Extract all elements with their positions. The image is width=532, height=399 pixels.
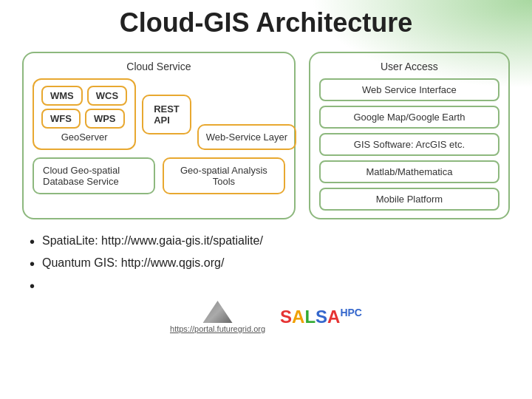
user-access-panel: User Access Web Service Interface Google… xyxy=(309,52,510,219)
geoserver-label: GeoServer xyxy=(41,132,127,143)
cloud-service-panel: Cloud Service WMS WCS WFS WPS GeoServer xyxy=(22,52,296,219)
ua-item-4: Mobile Platform xyxy=(319,188,499,211)
geo-spatial-tools-box: Geo-spatial Analysis Tools xyxy=(163,157,285,194)
bullet-1: Quantum GIS: http://www.qgis.org/ xyxy=(30,255,510,273)
ua-item-2: GIS Software: ArcGIS etc. xyxy=(319,133,499,156)
bullet-0: SpatiaLite: http://www.gaia-gis.it/spati… xyxy=(30,233,510,250)
wcs-tag: WCS xyxy=(87,86,127,106)
future-grid-logo: https://portal.futuregrid.org xyxy=(170,301,265,333)
cloud-bottom-row: Cloud Geo-spatial Database Service Geo-s… xyxy=(33,157,285,194)
cloud-geo-spatial-box: Cloud Geo-spatial Database Service xyxy=(33,157,155,194)
ua-item-0: Web Service Interface xyxy=(319,78,499,101)
footer-link[interactable]: https://portal.futuregrid.org xyxy=(170,324,265,333)
salsa-logo: SALSAHPC xyxy=(280,307,362,327)
footer: https://portal.futuregrid.org SALSAHPC xyxy=(22,301,510,333)
wps-tag: WPS xyxy=(85,109,125,129)
page-title: Cloud-GIS Architecture xyxy=(22,7,510,38)
geoserver-box: WMS WCS WFS WPS GeoServer xyxy=(33,78,136,150)
bullet-list: SpatiaLite: http://www.gaia-gis.it/spati… xyxy=(22,233,510,295)
future-grid-icon xyxy=(203,301,233,323)
cloud-service-label: Cloud Service xyxy=(33,61,285,72)
architecture-diagram: Cloud Service WMS WCS WFS WPS GeoServer xyxy=(22,52,510,219)
web-service-layer-box: Web-Service Layer xyxy=(197,124,296,150)
wms-tag: WMS xyxy=(41,86,83,106)
rest-api-box: REST API xyxy=(142,95,191,134)
user-access-label: User Access xyxy=(319,61,499,72)
bullet-2 xyxy=(30,277,510,295)
ua-item-1: Google Map/Google Earth xyxy=(319,106,499,129)
inner-top-row: WMS WCS WFS WPS GeoServer REST API Web-S… xyxy=(33,78,285,150)
wfs-tag: WFS xyxy=(41,109,81,129)
ua-item-3: Matlab/Mathematica xyxy=(319,160,499,183)
